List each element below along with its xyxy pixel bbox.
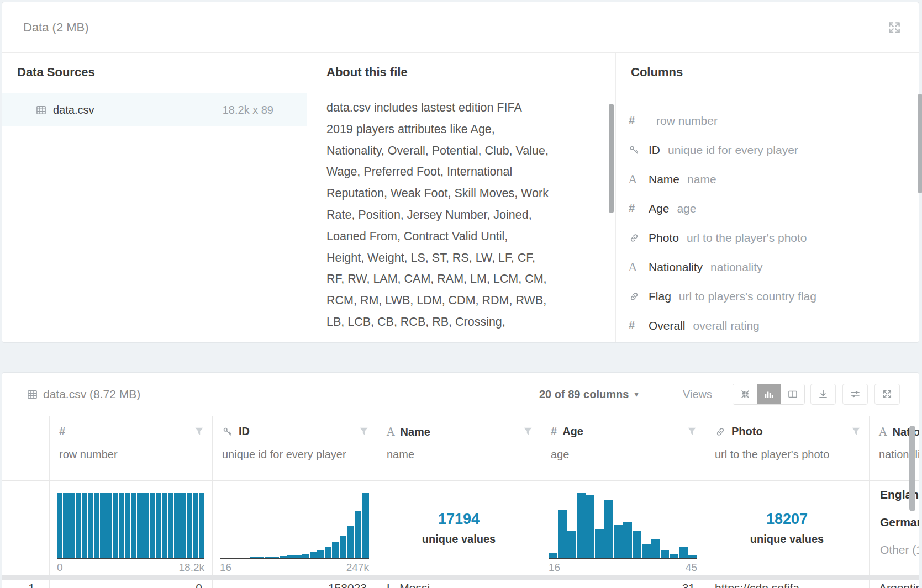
number-icon: #: [629, 319, 649, 332]
histogram: [57, 493, 204, 559]
number-icon: #: [629, 202, 649, 215]
text-icon: A: [629, 261, 649, 274]
filter-icon[interactable]: [851, 426, 861, 437]
column-list-item[interactable]: # row number: [617, 106, 919, 135]
data-sources-heading: Data Sources: [17, 65, 95, 80]
table-grid-icon: [27, 373, 38, 416]
columns-list: # row number ID unique id for every play…: [617, 106, 919, 340]
top-value: Other (1: [880, 543, 919, 557]
about-scrollbar[interactable]: [609, 104, 614, 213]
views-label: Views: [683, 373, 712, 416]
file-name: data.csv: [53, 93, 94, 126]
column-list-item[interactable]: Photo url to the player's photo: [617, 223, 919, 252]
key-icon: [222, 426, 233, 437]
stats-row-separator: [2, 575, 919, 580]
column-header-id[interactable]: ID unique id for every player: [212, 416, 377, 481]
compact-view-button[interactable]: [733, 384, 757, 404]
link-icon: [715, 426, 726, 437]
about-line: Wage, Preferred Foot, International: [326, 161, 549, 183]
about-line: Loaned From, Contract Valid Until,: [326, 226, 549, 247]
about-line: Height, Weight, LS, ST, RS, LW, LF, CF,: [326, 247, 549, 269]
about-line: Nationality, Overall, Potential, Club, V…: [326, 140, 549, 162]
about-line: LB, LCB, CB, RCB, RB, Crossing,: [326, 311, 549, 333]
column-stats-view-button[interactable]: [757, 384, 781, 404]
top-value: Germany: [880, 515, 919, 529]
column-stat-row-number: 0 18.2k: [49, 481, 212, 575]
hist-min-label: 16: [549, 561, 560, 574]
view-mode-segmented-control: [733, 384, 805, 405]
histogram: [549, 493, 697, 559]
table-cell[interactable]: L. Messi: [377, 581, 541, 588]
column-header-row-number[interactable]: # row number: [49, 416, 212, 481]
page-scrollbar[interactable]: [918, 94, 922, 193]
unique-caption: unique values: [705, 533, 869, 545]
column-list-item[interactable]: # Age age: [617, 194, 919, 223]
table-stats-row: 0 18.2k 16 247k17194 unique values 16 45…: [2, 481, 919, 575]
table-header-row: # row number ID unique id for every play…: [2, 416, 919, 481]
data-card-title: Data (2 MB): [23, 2, 89, 53]
text-icon: A: [629, 173, 649, 186]
about-line: data.csv includes lastest edition FIFA: [326, 97, 549, 119]
column-stat-name: 17194 unique values: [377, 481, 541, 575]
table-cell[interactable]: https://cdn.sofifa: [705, 581, 869, 588]
filter-icon[interactable]: [194, 426, 204, 437]
row-index-cell: 1: [2, 581, 49, 588]
expand-icon[interactable]: [883, 17, 905, 39]
filter-controls-button[interactable]: [842, 384, 868, 405]
about-line: 2019 players attributes like Age,: [326, 119, 549, 140]
about-heading: About this file: [326, 65, 408, 80]
table-cell[interactable]: 158023: [212, 581, 377, 588]
column-list-item[interactable]: # Overall overall rating: [617, 311, 919, 340]
column-header-age[interactable]: # Age age: [541, 416, 705, 481]
filter-icon[interactable]: [523, 426, 533, 437]
table-card-header: data.csv (8.72 MB) 20 of 89 columns ▾ Vi…: [2, 373, 919, 416]
column-list-item[interactable]: ID unique id for every player: [617, 135, 919, 165]
download-button[interactable]: [810, 384, 836, 405]
column-list-item[interactable]: Flag url to players's country flag: [617, 282, 919, 311]
link-icon: [629, 232, 649, 243]
columns-heading: Columns: [631, 65, 683, 80]
data-card-header: Data (2 MB): [2, 2, 919, 53]
filter-icon[interactable]: [359, 426, 369, 437]
unique-count: 17194: [377, 511, 541, 528]
data-overview-card: Data (2 MB) Data Sources data.csv 18.2k …: [2, 2, 919, 343]
unique-caption: unique values: [377, 533, 541, 545]
columns-selector-dropdown[interactable]: 20 of 89 columns ▾: [539, 373, 639, 416]
table-cell[interactable]: 0: [49, 581, 212, 588]
about-line: Rate, Position, Jersey Number, Joined,: [326, 204, 549, 226]
expand-table-icon[interactable]: [874, 384, 900, 405]
about-text: data.csv includes lastest edition FIFA20…: [326, 97, 549, 333]
file-dimensions: 18.2k x 89: [223, 93, 273, 126]
table-row: 1 0158023L. Messi31https://cdn.sofifaArg…: [2, 580, 919, 588]
number-icon: #: [629, 114, 649, 127]
column-header-photo[interactable]: Photo url to the player's photo: [705, 416, 869, 481]
column-stat-photo: 18207 unique values: [705, 481, 869, 575]
link-icon: [629, 291, 649, 302]
column-stat-id: 16 247k: [212, 481, 377, 575]
key-icon: [629, 145, 649, 156]
about-line: Reputation, Weak Foot, Skill Moves, Work: [326, 183, 549, 204]
kaggle-data-viewer: Data (2 MB) Data Sources data.csv 18.2k …: [0, 0, 922, 588]
table-card: data.csv (8.72 MB) 20 of 89 columns ▾ Vi…: [2, 372, 919, 588]
table-grid-icon: [35, 93, 47, 126]
text-icon: A: [387, 425, 394, 438]
about-line: RCM, RM, LWB, LDM, CDM, RDM, RWB,: [326, 290, 549, 311]
hist-max-label: 247k: [346, 561, 369, 574]
columns-panel: Columns # row number ID unique id for ev…: [617, 53, 919, 342]
number-icon: #: [551, 425, 557, 438]
column-list-item[interactable]: A Nationality nationality: [617, 252, 919, 282]
column-header-name[interactable]: A Name name: [377, 416, 541, 481]
data-source-file-row[interactable]: data.csv 18.2k x 89: [2, 93, 307, 126]
filter-icon[interactable]: [687, 426, 697, 437]
data-sources-panel: Data Sources data.csv 18.2k x 89: [2, 53, 307, 342]
column-list-item[interactable]: A Name name: [617, 165, 919, 194]
column-stat-age: 16 45: [541, 481, 705, 575]
chevron-down-icon: ▾: [634, 389, 639, 399]
hist-min-label: 0: [57, 561, 63, 574]
table-cell[interactable]: 31: [541, 581, 705, 588]
table-cell[interactable]: Argentina: [869, 581, 919, 588]
hist-min-label: 16: [220, 561, 231, 574]
histogram: [220, 493, 369, 559]
column-view-button[interactable]: [781, 384, 804, 404]
table-scrollbar[interactable]: [909, 426, 915, 511]
